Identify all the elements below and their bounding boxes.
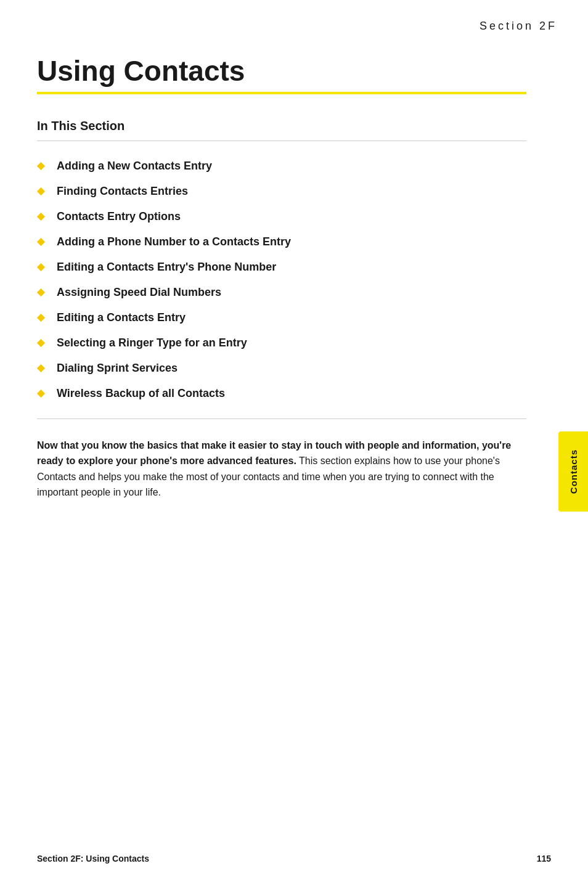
- list-item: ◆ Selecting a Ringer Type for an Entry: [37, 330, 526, 356]
- list-item: ◆ Assigning Speed Dial Numbers: [37, 280, 526, 305]
- bullet-icon: ◆: [37, 388, 44, 398]
- list-item-text: Selecting a Ringer Type for an Entry: [57, 337, 247, 349]
- bullet-icon: ◆: [37, 312, 44, 322]
- bullet-icon: ◆: [37, 161, 44, 171]
- list-item: ◆ Editing a Contacts Entry's Phone Numbe…: [37, 255, 526, 280]
- side-tab: Contacts: [558, 431, 588, 512]
- list-item: ◆ Finding Contacts Entries: [37, 179, 526, 204]
- list-item: ◆ Adding a Phone Number to a Contacts En…: [37, 229, 526, 255]
- list-item-text: Dialing Sprint Services: [57, 362, 178, 375]
- main-content: Using Contacts In This Section ◆ Adding …: [0, 0, 588, 537]
- footer-section-label: Section 2F: Using Contacts: [37, 854, 149, 864]
- page-title: Using Contacts: [37, 55, 526, 87]
- list-item-text: Contacts Entry Options: [57, 210, 181, 223]
- list-item-text: Editing a Contacts Entry: [57, 311, 186, 324]
- bullet-icon: ◆: [37, 363, 44, 373]
- bullet-icon: ◆: [37, 287, 44, 297]
- list-item-text: Editing a Contacts Entry's Phone Number: [57, 261, 276, 274]
- bullet-icon: ◆: [37, 237, 44, 247]
- bullet-icon: ◆: [37, 338, 44, 348]
- bullet-icon: ◆: [37, 186, 44, 196]
- list-item-text: Finding Contacts Entries: [57, 185, 188, 198]
- list-item-text: Wireless Backup of all Contacts: [57, 387, 225, 400]
- in-this-section-heading: In This Section: [37, 119, 526, 133]
- bullet-icon: ◆: [37, 262, 44, 272]
- list-item: ◆ Contacts Entry Options: [37, 204, 526, 229]
- top-divider: [37, 141, 526, 141]
- page-container: Section 2F Using Contacts In This Sectio…: [0, 0, 588, 882]
- footer-page-number: 115: [537, 854, 551, 864]
- list-item: ◆ Wireless Backup of all Contacts: [37, 381, 526, 406]
- title-underline: [37, 92, 526, 94]
- footer: Section 2F: Using Contacts 115: [37, 854, 551, 864]
- bottom-divider: [37, 419, 526, 419]
- bullet-icon: ◆: [37, 211, 44, 221]
- list-item-text: Adding a Phone Number to a Contacts Entr…: [57, 235, 291, 248]
- list-item-text: Assigning Speed Dial Numbers: [57, 286, 221, 299]
- toc-list: ◆ Adding a New Contacts Entry ◆ Finding …: [37, 153, 526, 406]
- body-paragraph: Now that you know the basics that make i…: [37, 438, 526, 500]
- list-item-text: Adding a New Contacts Entry: [57, 160, 212, 173]
- side-tab-label: Contacts: [568, 449, 579, 494]
- list-item: ◆ Dialing Sprint Services: [37, 356, 526, 381]
- list-item: ◆ Editing a Contacts Entry: [37, 305, 526, 330]
- section-label: Section 2F: [480, 20, 557, 33]
- list-item: ◆ Adding a New Contacts Entry: [37, 153, 526, 179]
